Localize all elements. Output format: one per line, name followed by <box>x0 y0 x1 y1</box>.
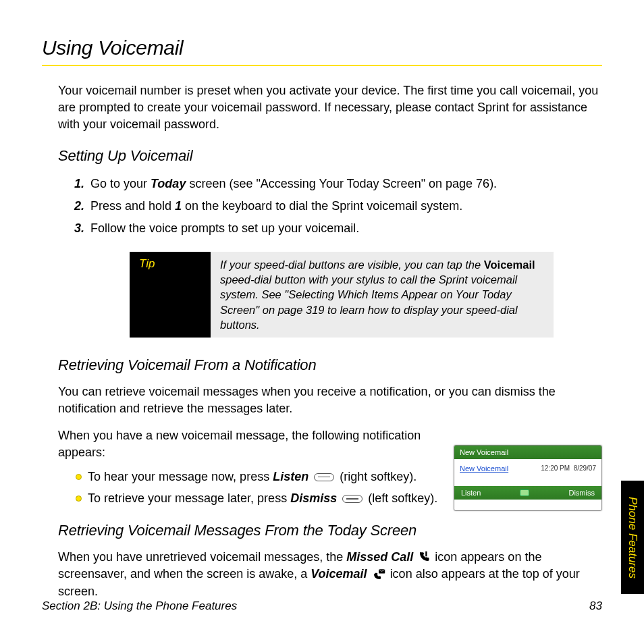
notif-bullets: To hear your message now, press Listen (… <box>76 468 443 507</box>
page-footer: Section 2B: Using the Phone Features 83 <box>42 599 602 613</box>
setup-steps: 1.Go to your Today screen (see "Accessin… <box>74 174 602 238</box>
side-tab-label: Phone Features <box>626 497 639 579</box>
notif-two-column: When you have a new voicemail message, t… <box>58 427 602 512</box>
bullet-listen: To hear your message now, press Listen (… <box>76 468 443 485</box>
notif-datetime: 12:20 PM 8/29/07 <box>541 464 596 472</box>
bullet-dismiss: To retrieve your message later, press Di… <box>76 489 443 507</box>
notif-header: New Voicemail <box>454 446 601 459</box>
bullet-post: (right softkey). <box>340 470 417 483</box>
notif-listen-btn: Listen <box>461 489 481 497</box>
step-text-pre: Press and hold <box>90 199 175 213</box>
notif-footer: Listen Dismiss <box>454 486 601 500</box>
voicemail-icon <box>372 569 385 580</box>
step-text-pre: Follow the voice prompts to set up your … <box>90 221 359 235</box>
today-paragraph: When you have unretrieved voicemail mess… <box>58 549 602 600</box>
notif-left-column: When you have a new voicemail message, t… <box>58 427 443 512</box>
footer-section: Section 2B: Using the Phone Features <box>42 599 237 613</box>
notif-paragraph-2: When you have a new voicemail message, t… <box>58 427 443 461</box>
bullet-post: (left softkey). <box>368 491 437 505</box>
step-number: 1. <box>74 174 90 194</box>
manual-page: Phone Features Using Voicemail Your voic… <box>0 0 644 644</box>
bullet-bold: Listen <box>273 470 308 483</box>
bullet-pre: To retrieve your message later, press <box>88 491 290 505</box>
notif-paragraph-1: You can retrieve voicemail messages when… <box>58 383 602 417</box>
bullet-bold: Dismiss <box>290 491 337 505</box>
notification-screenshot: New Voicemail New Voicemail 12:20 PM 8/2… <box>454 445 602 512</box>
tip-text-pre: If your speed-dial buttons are visible, … <box>220 259 484 271</box>
today-bold-missed: Missed Call <box>346 550 413 564</box>
section-side-tab: Phone Features <box>621 481 644 594</box>
tip-text-post: speed-dial button with your stylus to ca… <box>220 273 518 331</box>
title-rule <box>42 65 602 66</box>
softkey-icon <box>342 495 363 503</box>
bullet-pre: To hear your message now, press <box>88 470 273 483</box>
step-2: 2.Press and hold 1 on the keyboard to di… <box>74 196 602 216</box>
today-bold-vm: Voicemail <box>311 567 367 581</box>
footer-page-number: 83 <box>589 599 602 613</box>
notif-keyboard-icon <box>520 489 529 496</box>
softkey-icon <box>314 473 334 481</box>
notif-body: New Voicemail 12:20 PM 8/29/07 <box>454 459 601 486</box>
intro-paragraph: Your voicemail number is preset when you… <box>58 82 602 132</box>
notif-link: New Voicemail <box>460 464 508 473</box>
tip-body: If your speed-dial buttons are visible, … <box>211 252 554 338</box>
step-text-post: on the keyboard to dial the Sprint voice… <box>182 199 462 213</box>
tip-label: Tip <box>130 252 211 338</box>
notif-dismiss-btn: Dismiss <box>568 489 595 497</box>
tip-box: Tip If your speed-dial buttons are visib… <box>130 252 554 338</box>
step-text-pre: Go to your <box>90 177 151 190</box>
today-pre: When you have unretrieved voicemail mess… <box>58 550 346 564</box>
step-number: 2. <box>74 196 90 216</box>
step-3: 3.Follow the voice prompts to set up you… <box>74 219 602 238</box>
heading-retrieve-notif: Retrieving Voicemail From a Notification <box>58 356 602 374</box>
tip-text-bold: Voicemail <box>484 259 535 271</box>
page-title: Using Voicemail <box>42 36 602 59</box>
step-text-bold: Today <box>151 177 186 190</box>
heading-setting-up: Setting Up Voicemail <box>58 147 602 165</box>
missed-call-icon <box>418 551 430 563</box>
svg-rect-0 <box>426 552 427 557</box>
step-1: 1.Go to your Today screen (see "Accessin… <box>74 174 602 194</box>
step-text-post: screen (see "Accessing Your Today Screen… <box>186 177 497 190</box>
svg-point-1 <box>425 557 427 558</box>
step-text-bold: 1 <box>175 199 182 213</box>
heading-retrieve-today: Retrieving Voicemail Messages From the T… <box>58 522 602 539</box>
step-number: 3. <box>74 219 90 238</box>
